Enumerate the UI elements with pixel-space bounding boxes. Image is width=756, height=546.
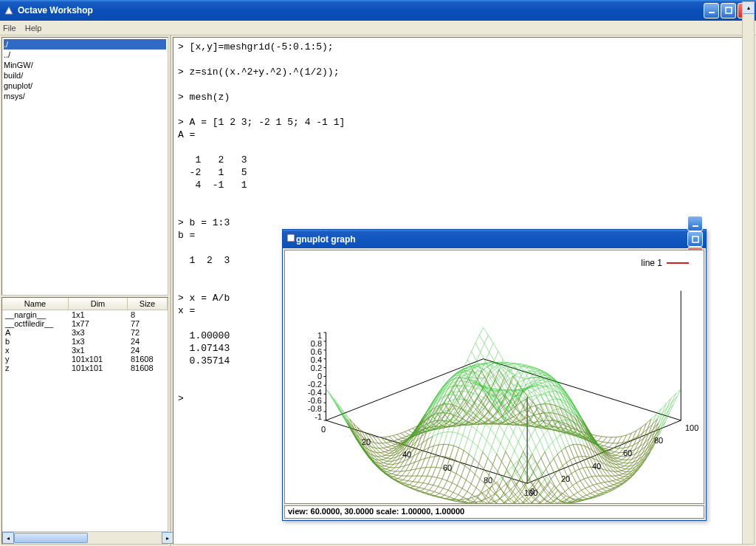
file-item[interactable]: ./ bbox=[4, 39, 166, 50]
svg-rect-1 bbox=[709, 12, 715, 13]
table-row[interactable]: __nargin__1x18 bbox=[2, 310, 168, 319]
col-dim[interactable]: Dim bbox=[69, 298, 128, 310]
gnuplot-window[interactable]: gnuplot graph line 1 10.80.60.40.20-0.2-… bbox=[282, 229, 707, 521]
file-browser[interactable]: ./../MinGW/build/gnuplot/msys/ bbox=[1, 37, 168, 296]
window-title: Octave Workshop bbox=[18, 5, 704, 16]
y-tick: 100 bbox=[685, 423, 698, 432]
maximize-button[interactable] bbox=[721, 3, 736, 18]
gnuplot-titlebar[interactable]: gnuplot graph bbox=[283, 230, 706, 248]
x-tick: 20 bbox=[362, 437, 371, 446]
scroll-up-icon[interactable]: ▴ bbox=[743, 2, 754, 14]
file-item[interactable]: gnuplot/ bbox=[4, 81, 166, 91]
variable-panel: Name Dim Size __nargin__1x18__octfiledir… bbox=[1, 297, 168, 545]
plot-area[interactable]: line 1 10.80.60.40.20-0.2-0.4-0.6-0.8-1 bbox=[284, 250, 704, 504]
menubar: File Help bbox=[0, 21, 756, 35]
x-tick: 60 bbox=[443, 463, 452, 472]
v-scrollbar[interactable]: ▴ bbox=[742, 1, 755, 545]
y-tick: 20 bbox=[561, 474, 570, 483]
file-item[interactable]: msys/ bbox=[4, 91, 166, 101]
col-name[interactable]: Name bbox=[2, 298, 69, 310]
x-tick: 40 bbox=[402, 450, 411, 459]
x-tick: 0 bbox=[321, 425, 326, 434]
variable-list[interactable]: __nargin__1x18__octfiledir__1x7777A3x372… bbox=[2, 310, 168, 531]
table-row[interactable]: b1x324 bbox=[2, 337, 168, 346]
svg-rect-2 bbox=[726, 7, 732, 13]
variable-header[interactable]: Name Dim Size bbox=[2, 298, 168, 310]
y-tick: 0 bbox=[530, 487, 535, 496]
x-tick: 80 bbox=[484, 476, 492, 485]
table-row[interactable]: y101x10181608 bbox=[2, 355, 168, 364]
app-icon bbox=[3, 4, 15, 16]
table-row[interactable]: __octfiledir__1x7777 bbox=[2, 319, 168, 328]
mesh-surface bbox=[285, 250, 704, 503]
y-tick: 60 bbox=[623, 448, 632, 457]
h-scrollbar[interactable]: ◂ ▸ bbox=[2, 531, 168, 544]
plot-status: view: 60.0000, 30.0000 scale: 1.00000, 1… bbox=[284, 505, 704, 519]
svg-rect-5 bbox=[287, 234, 295, 242]
minimize-button[interactable] bbox=[704, 3, 719, 18]
svg-marker-0 bbox=[5, 7, 13, 14]
y-tick: 40 bbox=[592, 462, 601, 471]
table-row[interactable]: A3x372 bbox=[2, 328, 168, 337]
svg-rect-7 bbox=[693, 236, 698, 242]
titlebar[interactable]: Octave Workshop bbox=[0, 0, 756, 21]
gnuplot-icon bbox=[286, 233, 296, 245]
svg-rect-6 bbox=[693, 225, 698, 227]
gnuplot-title: gnuplot graph bbox=[296, 234, 687, 245]
menu-help[interactable]: Help bbox=[25, 24, 42, 33]
table-row[interactable]: x3x124 bbox=[2, 346, 168, 355]
y-tick: 80 bbox=[654, 436, 663, 445]
file-item[interactable]: MinGW/ bbox=[4, 60, 166, 70]
gnuplot-minimize-button[interactable] bbox=[687, 216, 703, 231]
table-row[interactable]: z101x10181608 bbox=[2, 364, 168, 372]
menu-file[interactable]: File bbox=[3, 24, 16, 33]
scroll-left-icon[interactable]: ◂ bbox=[2, 532, 14, 544]
gnuplot-maximize-button[interactable] bbox=[687, 231, 703, 247]
scroll-thumb[interactable] bbox=[14, 533, 88, 543]
scroll-right-icon[interactable]: ▸ bbox=[162, 532, 173, 544]
file-item[interactable]: build/ bbox=[4, 70, 166, 81]
file-item[interactable]: ../ bbox=[4, 50, 166, 60]
col-size[interactable]: Size bbox=[128, 298, 168, 310]
